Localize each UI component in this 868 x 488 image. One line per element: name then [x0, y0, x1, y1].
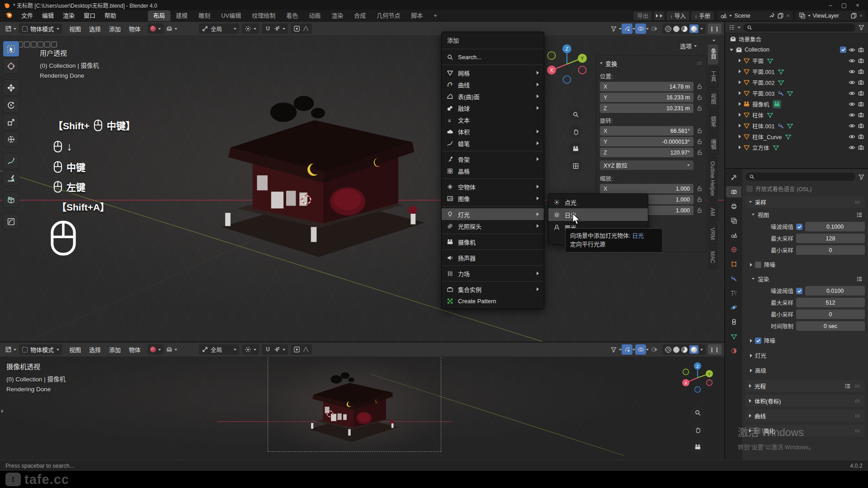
- menu-item-empty[interactable]: 空物体: [442, 181, 544, 192]
- sidebar-tab-edit[interactable]: 编辑: [708, 134, 719, 155]
- panel-drag-handle-icon[interactable]: [697, 60, 703, 66]
- workspace-tab-add[interactable]: +: [428, 10, 443, 21]
- xray-toggle[interactable]: [649, 344, 660, 355]
- workspace-tab-rendering[interactable]: 渲染: [326, 10, 349, 21]
- lights-subpanel[interactable]: 灯光: [755, 351, 766, 360]
- scene-selector[interactable]: Scene ×: [717, 11, 792, 20]
- manual-button[interactable]: ↓手册: [691, 11, 714, 20]
- sidebar-tab-tool[interactable]: 工具: [708, 66, 719, 88]
- new-viewlayer-icon[interactable]: [850, 12, 857, 19]
- properties-tab-modifiers[interactable]: [726, 273, 741, 284]
- menu-item-metaball[interactable]: 融球: [442, 102, 544, 114]
- gizmos-toggle[interactable]: [622, 23, 632, 34]
- outliner-row-object[interactable]: 平面.001: [725, 66, 868, 77]
- render-visibility-icon[interactable]: [858, 90, 864, 97]
- lock-icon[interactable]: [696, 196, 703, 203]
- sidebar-tab-outline-helper[interactable]: Outline Helper: [708, 157, 717, 202]
- render-visibility-icon[interactable]: [858, 122, 864, 129]
- hide-eye-icon[interactable]: [849, 57, 855, 64]
- lock-icon[interactable]: [696, 138, 703, 145]
- properties-tab-output[interactable]: [726, 201, 741, 212]
- rotation-mode-dropdown[interactable]: XYZ 欧拉: [600, 160, 693, 170]
- denoise-render-checkbox[interactable]: [755, 338, 761, 344]
- outliner-row-scene-collection[interactable]: 场景集合: [725, 33, 868, 44]
- preset-icon[interactable]: [844, 383, 851, 389]
- menu-help[interactable]: 帮助: [100, 10, 121, 22]
- properties-tab-render[interactable]: [726, 186, 741, 197]
- lock-icon[interactable]: [696, 127, 703, 134]
- pivot-point[interactable]: [242, 23, 259, 34]
- camera-view-button[interactable]: [691, 440, 704, 454]
- lock-icon[interactable]: [696, 149, 703, 156]
- pivot-point[interactable]: [242, 344, 259, 355]
- collapse-sidebar-icon[interactable]: [712, 40, 715, 42]
- submenu-item-sun-light[interactable]: 日光: [548, 208, 648, 221]
- expand-icon[interactable]: [750, 354, 752, 357]
- outliner-row-object[interactable]: 柱体: [725, 109, 868, 120]
- render-visibility-icon[interactable]: [858, 133, 864, 140]
- viewport-menu-select[interactable]: 选择: [85, 24, 105, 33]
- viewport-menu-view[interactable]: 视图: [65, 24, 85, 33]
- shading-wireframe-button[interactable]: [665, 26, 671, 32]
- collapse-transform-icon[interactable]: [600, 62, 603, 64]
- render-visibility-icon[interactable]: [858, 144, 864, 151]
- properties-tab-object[interactable]: [726, 258, 741, 270]
- close-button[interactable]: ×: [851, 2, 864, 9]
- expand-icon[interactable]: [739, 70, 741, 73]
- options-dropdown[interactable]: 选项: [680, 42, 697, 50]
- min-samples-viewport-field[interactable]: 0: [796, 245, 865, 255]
- active-material-chip[interactable]: [147, 344, 164, 355]
- hide-eye-icon[interactable]: [849, 133, 855, 140]
- render-visibility-icon[interactable]: [858, 47, 864, 53]
- panel-simplify[interactable]: 简化: [745, 425, 865, 436]
- perspective-toggle-button[interactable]: [569, 159, 582, 173]
- menu-item-speaker[interactable]: 扬声器: [442, 252, 544, 263]
- shading-solid-button[interactable]: [673, 347, 679, 353]
- osl-checkbox[interactable]: [746, 186, 753, 192]
- denoise-viewport-checkbox[interactable]: [755, 262, 761, 268]
- menu-item-create-pattern[interactable]: Create Pattern: [442, 295, 544, 307]
- workspace-tab-uv[interactable]: UV编辑: [216, 10, 246, 21]
- house-model[interactable]: [212, 81, 434, 271]
- outliner-row-object[interactable]: 平面.002: [725, 77, 868, 88]
- camera-view-button[interactable]: [569, 142, 582, 155]
- asset-shelf-toggle[interactable]: [164, 344, 175, 355]
- overlays-toggle[interactable]: [635, 344, 646, 355]
- menu-item-volume[interactable]: 体积: [442, 126, 544, 137]
- hide-eye-icon[interactable]: [849, 101, 855, 108]
- pause-render-button[interactable]: ❙❙: [708, 344, 722, 355]
- noise-threshold-render-field[interactable]: 0.0100: [805, 286, 865, 296]
- properties-tab-constraints[interactable]: [726, 316, 741, 328]
- panel-sampling[interactable]: 采样: [745, 196, 865, 208]
- rotation-x-field[interactable]: X66.581°: [600, 126, 693, 136]
- expand-icon[interactable]: [739, 91, 741, 95]
- transform-tool[interactable]: [3, 131, 19, 147]
- lock-icon[interactable]: [696, 185, 703, 192]
- sidebar-tab-item[interactable]: 条目: [708, 44, 719, 65]
- sidebar-tab-gpencil[interactable]: 蜡笔: [708, 112, 719, 133]
- expand-icon[interactable]: [750, 369, 752, 372]
- move-tool[interactable]: [3, 80, 19, 96]
- outliner-editor-icon[interactable]: [728, 24, 735, 31]
- rotation-y-field[interactable]: Y-0.000013°: [600, 137, 693, 146]
- zoom-button[interactable]: [569, 108, 582, 121]
- properties-filter-icon[interactable]: [858, 174, 865, 180]
- menu-item-search[interactable]: Search...: [442, 51, 544, 63]
- scale-tool[interactable]: [3, 114, 19, 130]
- rotation-z-field[interactable]: Z120.97°: [600, 148, 693, 157]
- outliner-row-object[interactable]: 平面.003: [725, 88, 868, 99]
- viewport-menu-add[interactable]: 添加: [105, 24, 125, 33]
- outliner-row-object[interactable]: 平面: [725, 55, 868, 66]
- annotate-tool[interactable]: [3, 153, 19, 169]
- shading-material-button[interactable]: [681, 26, 688, 32]
- pin-icon[interactable]: [768, 12, 775, 19]
- menu-window[interactable]: 窗口: [79, 10, 100, 22]
- expand-icon[interactable]: [739, 113, 741, 117]
- lock-icon[interactable]: [696, 94, 703, 101]
- hide-eye-icon[interactable]: [849, 79, 855, 86]
- advanced-subpanel[interactable]: 高级: [755, 366, 766, 375]
- expand-icon[interactable]: [739, 80, 741, 84]
- transform-orientation[interactable]: 全局: [199, 344, 239, 355]
- blender-menu-icon[interactable]: [5, 11, 14, 20]
- shading-wireframe-button[interactable]: [665, 347, 671, 353]
